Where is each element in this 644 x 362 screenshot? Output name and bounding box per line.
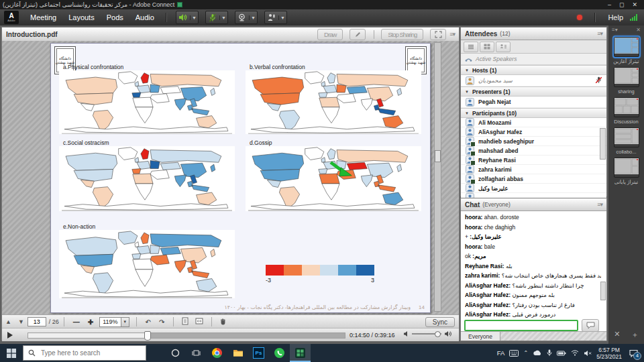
connection-signal-icon[interactable] (630, 14, 637, 21)
layout-thumbnail[interactable] (614, 158, 639, 178)
cortana-button[interactable] (165, 344, 186, 362)
speaker-button[interactable]: ▼ (176, 11, 199, 24)
minimize-button[interactable]: – (608, 1, 611, 8)
help-menu[interactable]: Help (608, 13, 623, 21)
attendee-row[interactable]: mahdieb sadeghipur (461, 137, 606, 146)
layouts-close-icon[interactable]: ✕ (636, 27, 641, 33)
attendee-row[interactable]: AliAsghar Hafez (461, 127, 606, 137)
tray-microphone-icon[interactable] (547, 349, 552, 357)
document-scrollbar[interactable] (434, 42, 441, 312)
attendee-grid-view-button[interactable] (480, 42, 494, 52)
menu-item-audio[interactable]: Audio (136, 13, 154, 21)
attendee-row[interactable]: Reyhane Rasi (461, 156, 606, 165)
add-layout-icon[interactable]: ＋ (631, 330, 639, 340)
chrome-icon[interactable] (207, 344, 227, 362)
page-down-button[interactable]: ▼ (18, 318, 24, 325)
file-explorer-icon[interactable] (227, 344, 248, 362)
fit-width-button[interactable] (195, 317, 203, 326)
volume-slider[interactable] (412, 333, 441, 335)
microphone-button[interactable]: ▼ (205, 11, 228, 24)
photoshop-icon[interactable]: Ps (248, 344, 269, 362)
close-button[interactable]: ✕ (632, 1, 637, 8)
layout-item-persian[interactable]: تیتراژ آغازین (608, 37, 644, 64)
volume-thumb[interactable] (435, 331, 441, 337)
attendee-row[interactable]: علیرضا وکیل (461, 184, 606, 193)
layout-thumbnail[interactable] (614, 127, 639, 147)
wifi-icon[interactable] (571, 350, 579, 356)
tray-expand-icon[interactable]: ⌃ (523, 350, 528, 356)
keyboard-icon[interactable] (509, 350, 519, 357)
chat-scroll-thumb[interactable] (600, 282, 606, 300)
stop-sharing-button[interactable]: Stop Sharing (381, 29, 423, 40)
attendees-menu-icon[interactable]: ≡▾ (597, 30, 602, 37)
attendee-section-header[interactable]: ▼Hosts (1) (461, 65, 606, 75)
page-number-input[interactable] (28, 317, 46, 326)
attendees-scroll-thumb[interactable] (600, 128, 606, 160)
chat-tab-everyone[interactable]: Everyone (461, 332, 500, 341)
layout-item-collabo[interactable]: collabo... (608, 127, 644, 155)
attendee-status-view-button[interactable] (496, 42, 511, 52)
attendee-row[interactable]: سید محمودیان (461, 75, 606, 86)
undo-button[interactable]: ↶ (146, 318, 151, 326)
zoom-level-select[interactable]: 119% ▼ (99, 317, 129, 327)
maximize-button[interactable]: ◻ (619, 1, 624, 8)
layout-thumbnail[interactable] (614, 67, 639, 87)
search-input[interactable] (40, 349, 129, 357)
chat-input[interactable] (464, 320, 578, 331)
share-pod-menu-icon[interactable]: ≡▾ (449, 31, 455, 38)
pen-tool-button[interactable] (350, 29, 366, 40)
attendee-row[interactable]: Ali Moazami (461, 118, 606, 127)
status-dropdown[interactable]: ▼ (278, 15, 286, 20)
adobe-connect-taskbar-icon[interactable] (290, 344, 311, 362)
page-up-button[interactable]: ▲ (5, 318, 11, 325)
menu-item-layouts[interactable]: Layouts (68, 13, 95, 21)
status-button[interactable]: ▼ (264, 11, 287, 24)
microphone-dropdown[interactable]: ▼ (219, 15, 227, 20)
layout-item-sharing[interactable]: sharing (608, 67, 644, 95)
menu-item-meeting[interactable]: Meeting (30, 13, 56, 21)
attendee-row[interactable]: mahshad abed (461, 146, 606, 156)
chat-send-button[interactable] (582, 319, 599, 332)
layout-thumbnail[interactable] (614, 37, 639, 57)
layout-item-persian[interactable]: تیتراژ پایانی (608, 158, 644, 185)
language-indicator[interactable]: FA (497, 349, 505, 357)
onedrive-icon[interactable] (533, 350, 542, 356)
whatsapp-icon[interactable] (269, 344, 290, 362)
redo-button[interactable]: ↷ (159, 318, 164, 326)
task-view-button[interactable] (186, 344, 207, 362)
taskbar-search[interactable] (23, 345, 146, 361)
attendee-row[interactable]: Pegah Nejat (461, 97, 606, 108)
attendee-row[interactable]: zolfaghari abbas (461, 174, 606, 184)
menu-item-pods[interactable]: Pods (107, 13, 123, 21)
zoom-out-button[interactable]: — (73, 318, 80, 326)
start-button[interactable] (0, 344, 23, 362)
seek-thumb[interactable] (144, 331, 151, 341)
zoom-in-button[interactable]: ✚ (88, 318, 93, 326)
fullscreen-button[interactable] (430, 29, 446, 40)
chat-menu-icon[interactable]: ≡▾ (597, 201, 602, 208)
draw-button[interactable]: Draw (317, 29, 343, 40)
battery-icon[interactable] (557, 351, 566, 356)
layout-thumbnail[interactable] (614, 97, 639, 117)
chat-header: Chat (Everyone) ≡▾ (461, 198, 606, 211)
speaker-muted-icon[interactable] (584, 350, 592, 357)
layouts-menu-icon[interactable]: ≡▾ (612, 27, 618, 33)
pan-hand-button[interactable] (219, 317, 227, 326)
attendee-section-header[interactable]: ▼Presenters (1) (461, 86, 606, 97)
fit-page-button[interactable] (182, 317, 189, 326)
taskbar-clock[interactable]: 6:57 PM 5/23/2021 (596, 347, 622, 360)
layout-item-Discussion[interactable]: Discussion (608, 97, 644, 125)
document-scroll-thumb[interactable] (435, 150, 441, 162)
sync-button[interactable]: Sync (425, 317, 455, 327)
attendee-list-view-button[interactable] (464, 42, 478, 52)
attendee-row[interactable]: zahra karimi (461, 165, 606, 174)
attendee-section-header[interactable]: ▼Participants (10) (461, 108, 606, 118)
play-button[interactable] (7, 332, 13, 339)
action-center-button[interactable]: 4 (627, 347, 640, 360)
speaker-dropdown[interactable]: ▼ (190, 15, 198, 20)
seek-bar[interactable] (28, 333, 345, 339)
webcam-button[interactable]: ▼ (235, 11, 258, 24)
menu-items: MeetingLayoutsPodsAudio (24, 13, 160, 21)
webcam-dropdown[interactable]: ▼ (249, 15, 257, 20)
layouts-tools-icon[interactable]: ✕ (614, 330, 620, 340)
